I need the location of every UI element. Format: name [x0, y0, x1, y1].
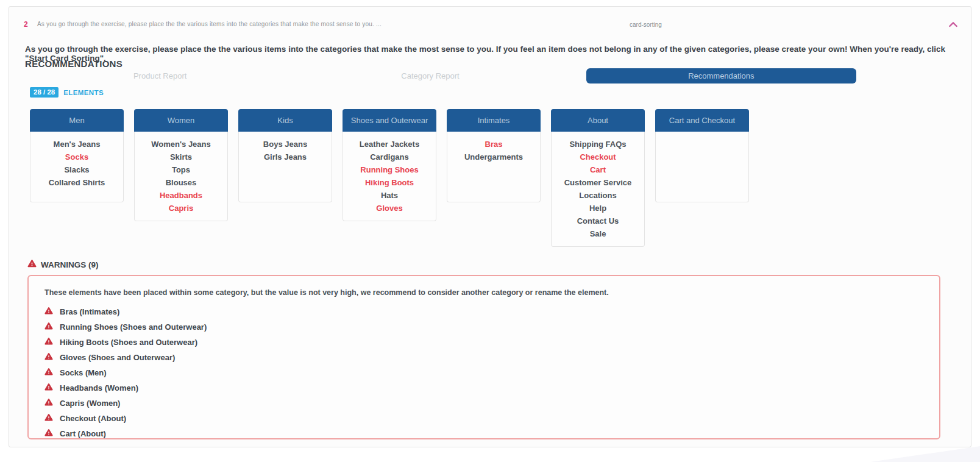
- tab-recommendations[interactable]: Recommendations: [586, 68, 856, 84]
- category-card-title: Cart and Checkout: [655, 109, 749, 132]
- question-type-tag: card-sorting: [630, 21, 662, 28]
- warning-item-icon: [44, 398, 53, 408]
- warning-item: Bras (Intimates): [44, 307, 923, 317]
- card-item: Shipping FAQs: [554, 138, 642, 151]
- warnings-title: WARNINGS (9): [41, 260, 99, 269]
- question-summary: As you go through the exercise, please p…: [37, 21, 382, 27]
- card-item: Sale: [554, 227, 642, 240]
- warning-item-label: Socks (Men): [60, 368, 107, 377]
- category-card-body: Leather JacketsCardigansRunning ShoesHik…: [343, 132, 436, 221]
- warning-item-label: Running Shoes (Shoes and Outerwear): [60, 322, 207, 332]
- corner-watermark: [870, 446, 980, 462]
- card-item: Headbands: [137, 189, 225, 202]
- warning-item: Capris (Women): [44, 398, 923, 408]
- category-card-body: [655, 132, 749, 202]
- card-item: Collared Shirts: [33, 176, 121, 189]
- card-item: Blouses: [137, 176, 225, 189]
- card-item: Customer Service: [554, 176, 642, 189]
- warning-item: Headbands (Women): [44, 383, 923, 393]
- card-item: Bras: [450, 138, 538, 151]
- card-item: Socks: [33, 151, 121, 163]
- card-item: Hats: [346, 189, 433, 202]
- warning-item-label: Gloves (Shoes and Outerwear): [60, 353, 175, 362]
- card-item: Help: [554, 202, 642, 215]
- category-card-title: Kids: [238, 109, 332, 132]
- category-card-about: AboutShipping FAQsCheckoutCartCustomer S…: [551, 109, 645, 247]
- warning-item-label: Capris (Women): [60, 399, 120, 408]
- category-card-body: BrasUndergarments: [447, 132, 541, 202]
- category-card-title: Women: [134, 109, 228, 132]
- card-item: Contact Us: [554, 215, 642, 227]
- warning-item-icon: [44, 368, 53, 378]
- category-card-kids: KidsBoys JeansGirls Jeans: [238, 109, 332, 202]
- card-item: Leather Jackets: [346, 138, 433, 151]
- warning-item-label: Bras (Intimates): [60, 307, 119, 316]
- category-card-men: MenMen's JeansSocksSlacksCollared Shirts: [30, 109, 124, 202]
- warning-item-label: Checkout (About): [60, 414, 126, 423]
- category-card-body: Men's JeansSocksSlacksCollared Shirts: [30, 132, 124, 202]
- category-card-body: Women's JeansSkirtsTopsBlousesHeadbandsC…: [134, 132, 228, 221]
- warning-item: Checkout (About): [44, 413, 923, 424]
- card-item: Gloves: [346, 202, 433, 215]
- section-title: RECOMMENDATIONS: [25, 59, 122, 69]
- elements-badge-row: 28 / 28 ELEMENTS: [30, 87, 104, 98]
- card-item: Tops: [137, 163, 225, 176]
- card-item: Capris: [137, 202, 225, 215]
- question-description: As you go through the exercise, please p…: [25, 44, 946, 63]
- warning-item-icon: [44, 428, 53, 439]
- category-card-shoes-and-outerwear: Shoes and OuterwearLeather JacketsCardig…: [343, 109, 436, 221]
- category-card-title: Intimates: [447, 109, 541, 132]
- warning-item-label: Hiking Boots (Shoes and Outerwear): [60, 338, 197, 347]
- warning-item: Socks (Men): [44, 368, 923, 378]
- card-item: Cart: [554, 163, 642, 176]
- collapse-chevron-up-icon[interactable]: [945, 18, 961, 31]
- warning-item-icon: [44, 383, 53, 393]
- page: 2 As you go through the exercise, please…: [0, 0, 980, 462]
- tab-product-report[interactable]: Product Report: [25, 68, 295, 84]
- category-cards: MenMen's JeansSocksSlacksCollared Shirts…: [30, 109, 749, 247]
- category-card-women: WomenWomen's JeansSkirtsTopsBlousesHeadb…: [134, 109, 228, 221]
- elements-count-badge: 28 / 28: [30, 87, 59, 98]
- card-item: Girls Jeans: [241, 151, 329, 163]
- category-card-title: Shoes and Outerwear: [343, 109, 436, 132]
- category-card-intimates: IntimatesBrasUndergarments: [447, 109, 541, 202]
- warning-item-icon: [44, 307, 53, 317]
- warnings-title-row: WARNINGS (9): [27, 259, 99, 270]
- category-card-body: Boys JeansGirls Jeans: [238, 132, 332, 202]
- card-item: Hiking Boots: [346, 176, 433, 189]
- warning-item-icon: [44, 337, 53, 347]
- card-item: Cardigans: [346, 151, 433, 163]
- warning-icon: [27, 259, 37, 270]
- warning-item-label: Headbands (Women): [60, 383, 138, 393]
- card-item: Slacks: [33, 163, 121, 176]
- report-tabs: Product ReportCategory ReportRecommendat…: [25, 68, 856, 84]
- category-card-body: Shipping FAQsCheckoutCartCustomer Servic…: [551, 132, 645, 247]
- warning-item: Hiking Boots (Shoes and Outerwear): [44, 337, 923, 347]
- card-item: Running Shoes: [346, 163, 433, 176]
- question-number: 2: [24, 20, 28, 29]
- warnings-list: Bras (Intimates) Running Shoes (Shoes an…: [44, 307, 923, 439]
- card-item: Undergarments: [450, 151, 538, 163]
- warning-item: Gloves (Shoes and Outerwear): [44, 352, 923, 363]
- card-item: Men's Jeans: [33, 138, 121, 151]
- warning-item-icon: [44, 352, 53, 363]
- question-panel: 2 As you go through the exercise, please…: [9, 6, 971, 447]
- warning-item-icon: [44, 413, 53, 424]
- category-card-cart-and-checkout: Cart and Checkout: [655, 109, 749, 202]
- card-item: Skirts: [137, 151, 225, 163]
- tab-category-report[interactable]: Category Report: [295, 68, 565, 84]
- category-card-title: About: [551, 109, 645, 132]
- card-item: Checkout: [554, 151, 642, 163]
- category-card-title: Men: [30, 109, 124, 132]
- warnings-box: These elements have been placed within s…: [27, 275, 940, 439]
- warning-item-label: Cart (About): [60, 429, 106, 438]
- question-header-row: 2 As you go through the exercise, please…: [9, 15, 971, 34]
- elements-label: ELEMENTS: [63, 89, 104, 96]
- warnings-note: These elements have been placed within s…: [44, 288, 923, 297]
- warning-item: Cart (About): [44, 428, 923, 439]
- warning-item-icon: [44, 322, 53, 332]
- warning-item: Running Shoes (Shoes and Outerwear): [44, 322, 923, 332]
- card-item: Boys Jeans: [241, 138, 329, 151]
- card-item: Locations: [554, 189, 642, 202]
- card-item: Women's Jeans: [137, 138, 225, 151]
